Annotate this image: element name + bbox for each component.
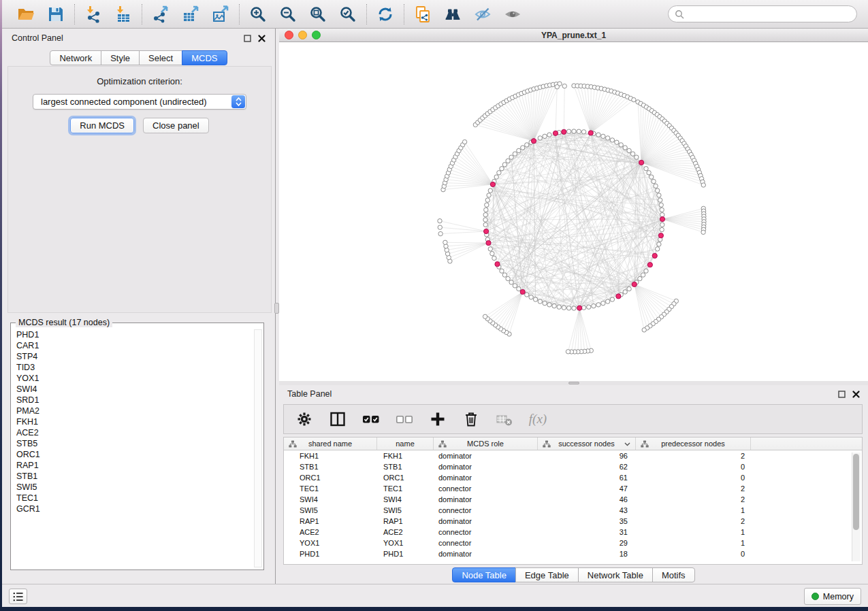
optimization-criterion-select[interactable]: largest connected component (undirected) [33, 94, 246, 110]
tab-edge-table[interactable]: Edge Table [515, 567, 579, 582]
apply-layout-icon[interactable] [376, 5, 395, 24]
network-window-titlebar[interactable]: YPA_prune.txt_1 [279, 29, 868, 42]
hide-selected-icon[interactable] [473, 5, 492, 24]
node-table-body: FKH1FKH1dominator962STB1STB1dominator620… [284, 450, 862, 559]
import-table-icon[interactable] [114, 5, 133, 24]
table-browser-tabs: Node Table Edge Table Network Table Moti… [279, 567, 868, 582]
deselect-all-icon[interactable] [396, 410, 413, 428]
export-network-icon[interactable] [151, 5, 170, 24]
result-node-item[interactable]: GCR1 [16, 503, 253, 514]
memory-label: Memory [823, 592, 854, 601]
table-row[interactable]: YOX1YOX1connector291 [284, 538, 862, 548]
mcds-options-panel: Optimization criterion: largest connecte… [7, 66, 272, 313]
result-node-item[interactable]: STB1 [16, 471, 253, 482]
control-panel-tabs: Network Style Select MCDS [2, 50, 275, 65]
function-builder-icon[interactable]: f(x) [529, 410, 547, 428]
zoom-selected-icon[interactable] [338, 5, 357, 24]
mcds-result-list[interactable]: PHD1CAR1STP4TID3YOX1SWI4SRD1PMA2FKH1ACE2… [11, 327, 253, 569]
result-node-item[interactable]: STB5 [16, 438, 253, 449]
zoom-in-icon[interactable] [248, 5, 268, 24]
table-row[interactable]: FKH1FKH1dominator962 [284, 450, 862, 461]
select-all-icon[interactable] [362, 410, 380, 428]
float-panel-icon[interactable] [244, 35, 251, 42]
network-search-box[interactable] [668, 5, 857, 22]
import-network-icon[interactable] [84, 5, 103, 24]
table-scrollbar-thumb[interactable] [853, 454, 859, 530]
find-binoculars-icon[interactable] [443, 5, 462, 24]
table-row[interactable]: SWI4SWI4dominator462 [284, 494, 862, 505]
node-table: shared namenameMCDS rolesuccessor nodesp… [283, 437, 863, 565]
result-node-item[interactable]: SRD1 [16, 395, 253, 406]
mcds-result-title: MCDS result (17 nodes) [16, 318, 112, 327]
table-row[interactable]: ACE2ACE2connector311 [284, 527, 862, 538]
result-scrollbar[interactable] [254, 329, 262, 567]
result-node-item[interactable]: CAR1 [16, 340, 253, 351]
column-header-successor-nodes[interactable]: successor nodes [538, 437, 636, 450]
table-row[interactable]: ORC1ORC1dominator610 [284, 472, 862, 483]
close-panel-icon[interactable] [258, 35, 266, 42]
delete-table-icon[interactable] [496, 410, 513, 428]
result-node-item[interactable]: STP4 [16, 351, 253, 362]
search-icon [675, 10, 684, 19]
tab-style[interactable]: Style [101, 50, 140, 65]
tab-node-table[interactable]: Node Table [452, 567, 516, 582]
result-node-item[interactable]: RAP1 [16, 460, 253, 471]
result-node-item[interactable]: PHD1 [16, 329, 253, 340]
tab-network-table[interactable]: Network Table [578, 567, 653, 582]
task-history-button[interactable] [9, 589, 27, 604]
zoom-out-icon[interactable] [278, 5, 298, 24]
vertical-splitter-handle[interactable] [274, 303, 279, 314]
table-row[interactable]: PHD1PHD1dominator180 [284, 548, 862, 559]
column-header-MCDS-role[interactable]: MCDS role [434, 437, 538, 450]
result-node-item[interactable]: TID3 [16, 362, 253, 373]
open-file-icon[interactable] [16, 5, 35, 24]
result-node-item[interactable]: SWI5 [16, 482, 253, 493]
table-row[interactable]: STB1STB1dominator620 [284, 461, 862, 472]
tab-select[interactable]: Select [139, 50, 182, 65]
result-node-item[interactable]: ORC1 [16, 449, 253, 460]
columns-panel-icon[interactable] [329, 410, 347, 428]
result-node-item[interactable]: FKH1 [16, 416, 253, 427]
window-close-icon[interactable] [285, 31, 293, 39]
column-header-shared-name[interactable]: shared name [284, 437, 377, 450]
tab-network[interactable]: Network [50, 50, 101, 65]
export-image-icon[interactable] [211, 5, 230, 24]
tab-motifs[interactable]: Motifs [652, 567, 695, 582]
table-toolbar: f(x) [283, 404, 863, 434]
add-column-icon[interactable] [429, 410, 447, 428]
cytoscape-window: Control Panel Network Style Select MCDS … [2, 0, 868, 607]
table-row[interactable]: TEC1TEC1connector472 [284, 483, 862, 494]
export-table-icon[interactable] [181, 5, 200, 24]
save-session-icon[interactable] [46, 5, 65, 24]
result-node-item[interactable]: YOX1 [16, 373, 253, 384]
result-node-item[interactable]: PMA2 [16, 406, 253, 416]
show-all-icon[interactable] [503, 5, 522, 24]
window-zoom-icon[interactable] [312, 31, 321, 39]
control-panel: Control Panel Network Style Select MCDS … [2, 29, 276, 584]
status-bar: Memory [2, 584, 868, 607]
close-table-panel-icon[interactable] [852, 391, 860, 398]
result-node-item[interactable]: ACE2 [16, 427, 253, 438]
delete-column-icon[interactable] [462, 410, 480, 428]
zoom-fit-icon[interactable] [308, 5, 327, 24]
new-network-from-selection-icon[interactable] [413, 5, 432, 24]
optimization-criterion-label: Optimization criterion: [8, 76, 271, 86]
memory-button[interactable]: Memory [804, 588, 861, 605]
float-table-panel-icon[interactable] [838, 391, 846, 398]
table-row[interactable]: SWI5SWI5connector431 [284, 505, 862, 516]
horizontal-splitter-handle[interactable] [568, 382, 579, 384]
network-canvas[interactable] [279, 42, 868, 381]
window-minimize-icon[interactable] [298, 31, 307, 39]
table-row[interactable]: RAP1RAP1dominator352 [284, 516, 862, 527]
close-panel-button[interactable]: Close panel [143, 118, 209, 133]
result-node-item[interactable]: TEC1 [16, 493, 253, 503]
column-header-name[interactable]: name [377, 437, 434, 450]
column-header-predecessor-nodes[interactable]: predecessor nodes [636, 437, 751, 450]
table-scrollbar[interactable] [852, 452, 861, 561]
settings-gear-icon[interactable] [295, 410, 313, 428]
column-header-filler [751, 437, 862, 450]
tab-mcds[interactable]: MCDS [182, 50, 227, 65]
run-mcds-button[interactable]: Run MCDS [70, 118, 134, 133]
search-input[interactable] [684, 10, 850, 19]
result-node-item[interactable]: SWI4 [16, 384, 253, 395]
